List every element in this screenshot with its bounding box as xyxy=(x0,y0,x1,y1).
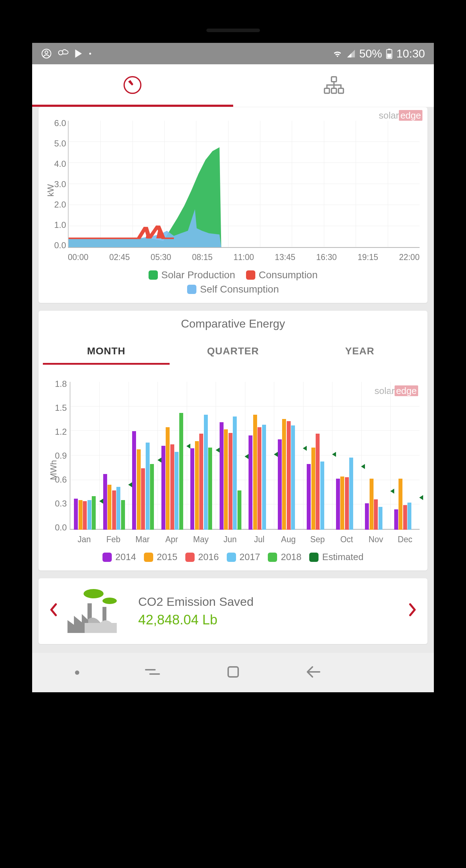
svg-point-1 xyxy=(45,51,48,54)
svg-rect-11 xyxy=(339,88,344,93)
period-tab-year[interactable]: YEAR xyxy=(296,338,423,365)
legend-2014[interactable]: 2014 xyxy=(102,552,136,563)
comparative-chart[interactable]: 1.81.51.20.90.60.30.0 xyxy=(70,379,420,533)
co2-value: 42,848.04 Lb xyxy=(138,612,254,628)
svg-rect-18 xyxy=(228,667,238,677)
daily-power-chart[interactable]: 6.05.04.03.02.01.00.0 xyxy=(68,118,420,250)
main-tab-bar xyxy=(32,64,434,107)
legend-2015[interactable]: 2015 xyxy=(144,552,177,563)
svg-rect-8 xyxy=(331,76,336,81)
legend-estimated[interactable]: Estimated xyxy=(309,552,364,563)
next-metric-button[interactable] xyxy=(405,603,420,620)
recents-button[interactable] xyxy=(144,665,161,680)
prev-metric-button[interactable] xyxy=(46,603,61,620)
legend-self-consumption[interactable]: Self Consumption xyxy=(43,284,423,295)
legend-2017[interactable]: 2017 xyxy=(227,552,260,563)
legend-consumption[interactable]: Consumption xyxy=(246,269,318,281)
battery-icon xyxy=(386,48,393,59)
co2-emission-card: CO2 Emission Saved 42,848.04 Lb xyxy=(39,578,427,644)
svg-rect-10 xyxy=(331,88,336,93)
profile-icon xyxy=(41,48,52,59)
svg-rect-9 xyxy=(324,88,329,93)
sitemap-icon xyxy=(323,75,344,96)
period-tabs: MONTH QUARTER YEAR xyxy=(43,338,423,365)
svg-point-12 xyxy=(84,589,104,598)
signal-icon xyxy=(346,49,356,58)
factory-icon xyxy=(67,587,127,635)
comparative-legend: 2014 2015 2016 2017 2018 Estimated xyxy=(43,552,423,563)
period-tab-quarter[interactable]: QUARTER xyxy=(170,338,296,365)
weather-icon xyxy=(57,48,69,59)
clock: 10:30 xyxy=(396,47,425,60)
gauge-icon xyxy=(122,75,142,96)
android-nav-bar xyxy=(32,653,434,692)
tab-layout[interactable] xyxy=(233,64,434,107)
legend-2016[interactable]: 2016 xyxy=(185,552,219,563)
back-button[interactable] xyxy=(305,665,322,680)
svg-rect-4 xyxy=(388,49,390,50)
android-status-bar: • 50% 10:30 xyxy=(32,43,434,64)
play-store-icon xyxy=(74,49,84,59)
battery-percent: 50% xyxy=(359,47,382,60)
legend-solar[interactable]: Solar Production xyxy=(149,269,235,281)
period-tab-month[interactable]: MONTH xyxy=(43,338,170,365)
svg-rect-17 xyxy=(85,623,117,633)
svg-point-13 xyxy=(102,598,117,604)
home-button[interactable] xyxy=(225,664,241,681)
comparative-energy-card: Comparative Energy MONTH QUARTER YEAR so… xyxy=(39,311,427,570)
comparative-title: Comparative Energy xyxy=(43,317,423,330)
legend-2018[interactable]: 2018 xyxy=(268,552,301,563)
tab-dashboard[interactable] xyxy=(32,64,233,107)
wifi-icon xyxy=(332,49,343,58)
daily-power-card: solaredge kW 6.05.04.03.02.01.00.0 xyxy=(39,107,427,303)
co2-title: CO2 Emission Saved xyxy=(138,595,254,609)
nav-hint-dot xyxy=(75,670,79,675)
svg-rect-5 xyxy=(387,54,391,58)
daily-power-legend: Solar Production Consumption Self Consum… xyxy=(43,269,423,295)
